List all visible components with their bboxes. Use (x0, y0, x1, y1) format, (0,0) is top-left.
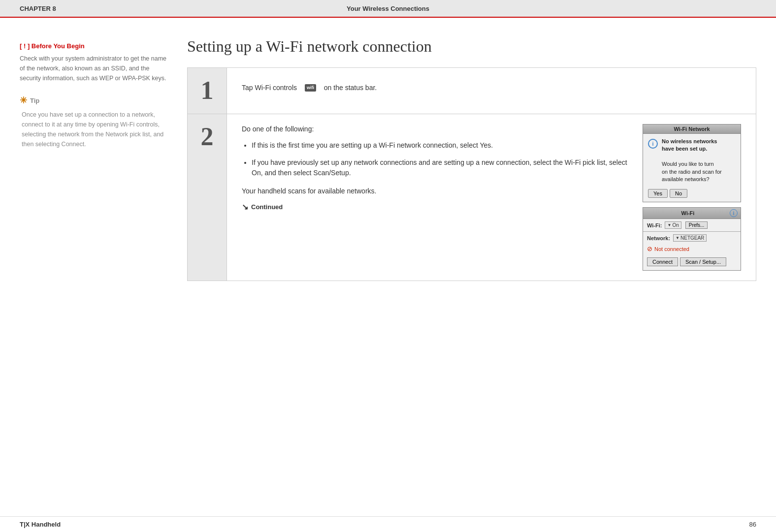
not-connected-icon: ⊘ (647, 245, 652, 252)
wifi-network-dialog-buttons: Yes No (643, 187, 741, 202)
wifi-status-title: Wi-Fi (646, 210, 730, 216)
wifi-network-dialog-text: No wireless networks have been set up. W… (662, 138, 722, 183)
wifi-info-icon[interactable]: i (730, 209, 738, 217)
wifi-fi-row: Wi-Fi: ▼ On Prefs... (643, 219, 741, 231)
tip-star-icon: ✳ (20, 95, 27, 106)
wifi-fi-label: Wi-Fi: (647, 222, 662, 228)
chapter-title: Your Wireless Connections (204, 5, 572, 12)
step-2-intro: Do one of the following: (242, 124, 633, 134)
no-button[interactable]: No (670, 189, 687, 198)
yes-button[interactable]: Yes (648, 189, 668, 198)
scan-setup-button[interactable]: Scan / Setup... (680, 257, 726, 266)
step-2-bullets: If this is the first time you are settin… (252, 140, 633, 178)
wifi-bottom-buttons: Connect Scan / Setup... (643, 255, 741, 270)
main-content: [ ! ] Before You Begin Check with your s… (0, 18, 776, 516)
footer-page-number: 86 (749, 521, 756, 528)
connect-button[interactable]: Connect (647, 257, 678, 266)
step-2: 2 Do one of the following: If this is th… (188, 114, 756, 281)
wifi-network-dialog-body: i No wireless networks have been set up.… (643, 134, 741, 187)
step-1-text: Tap Wi-Fi controls wifi on the status ba… (242, 78, 741, 104)
step-1-number: 1 (201, 78, 214, 103)
continued-label: ↘ Continued (242, 202, 633, 212)
network-row: Network: ▼ NETGEAR (643, 232, 741, 244)
network-dropdown-arrow-icon: ▼ (676, 236, 679, 240)
step-1-instruction: Tap Wi-Fi controls wifi on the status ba… (242, 78, 741, 98)
chapter-label: CHAPTER 8 (20, 5, 204, 12)
not-connected-text: Not connected (654, 246, 689, 252)
tip-label: Tip (30, 97, 39, 104)
network-dropdown[interactable]: ▼ NETGEAR (673, 234, 707, 242)
step-1-content: Tap Wi-Fi controls wifi on the status ba… (227, 68, 756, 114)
wifi-status-dialog: Wi-Fi i Wi-Fi: ▼ On Prefs... (643, 207, 741, 271)
step-2-scan-note: Your handheld scans for available networ… (242, 186, 633, 196)
footer-brand: T|X Handheld (20, 521, 61, 528)
wifi-dialogs: Wi-Fi Network i No wireless networks hav… (643, 124, 741, 271)
network-value: NETGEAR (680, 235, 704, 241)
step-2-bullet-2: If you have previously set up any networ… (252, 157, 633, 178)
step-1: 1 Tap Wi-Fi controls wifi on the status … (188, 68, 756, 114)
step-2-number-col: 2 (188, 114, 227, 281)
wifi-network-dialog: Wi-Fi Network i No wireless networks hav… (643, 124, 741, 202)
page-header: CHAPTER 8 Your Wireless Connections (0, 0, 776, 18)
network-label: Network: (647, 235, 670, 241)
warning-text: Check with your system administrator to … (20, 54, 167, 83)
wifi-controls-icon: wifi (305, 84, 316, 92)
tip-header: ✳ Tip (20, 95, 167, 106)
step-2-number: 2 (201, 124, 214, 150)
sidebar: [ ! ] Before You Begin Check with your s… (20, 37, 167, 506)
tip-box: ✳ Tip Once you have set up a connection … (20, 95, 167, 149)
step-2-content: Do one of the following: If this is the … (227, 114, 756, 281)
steps-container: 1 Tap Wi-Fi controls wifi on the status … (187, 67, 756, 281)
continued-arrow-icon: ↘ (242, 202, 248, 212)
wifi-on-value: On (672, 222, 679, 228)
tip-text: Once you have set up a connection to a n… (20, 110, 167, 149)
prefs-button[interactable]: Prefs... (685, 221, 708, 229)
page-heading: Setting up a Wi-Fi network connection (187, 37, 756, 56)
step-1-number-col: 1 (188, 68, 227, 114)
wifi-network-dialog-title: Wi-Fi Network (643, 125, 741, 134)
wifi-on-dropdown[interactable]: ▼ On (665, 221, 681, 229)
not-connected-row: ⊘ Not connected (643, 244, 741, 255)
warning-title: [ ! ] Before You Begin (20, 42, 167, 50)
right-content: Setting up a Wi-Fi network connection 1 … (187, 37, 756, 506)
page-footer: T|X Handheld 86 (0, 516, 776, 532)
dropdown-arrow-icon: ▼ (667, 223, 671, 227)
wifi-status-titlebar: Wi-Fi i (643, 208, 741, 219)
step-2-bullet-1: If this is the first time you are settin… (252, 140, 633, 151)
info-icon: i (648, 139, 658, 149)
step-2-text: Do one of the following: If this is the … (242, 124, 633, 271)
warning-box: [ ! ] Before You Begin Check with your s… (20, 42, 167, 83)
